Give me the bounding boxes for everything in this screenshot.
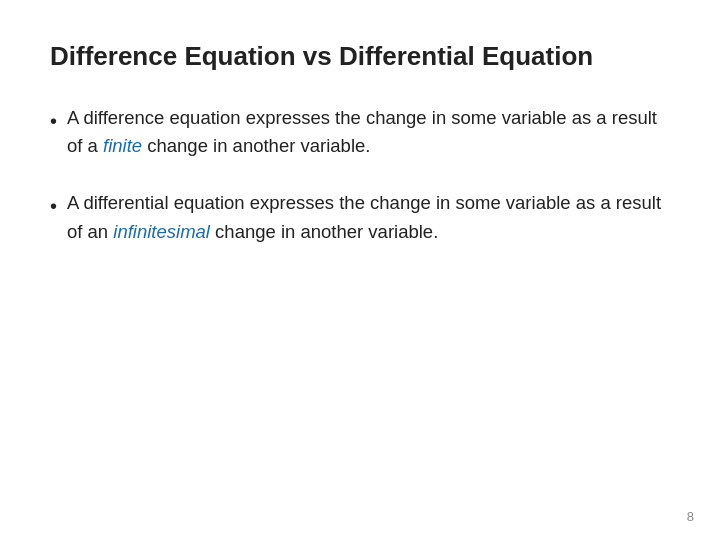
bullet-item-1: • A difference equation expresses the ch…	[50, 104, 670, 161]
bullet-text-2: A differential equation expresses the ch…	[67, 189, 670, 246]
keyword-finite: finite	[103, 135, 142, 156]
keyword-infinitesimal: infinitesimal	[113, 221, 210, 242]
slide-title: Difference Equation vs Differential Equa…	[50, 40, 670, 74]
page-number: 8	[687, 509, 694, 524]
slide: Difference Equation vs Differential Equa…	[0, 0, 720, 540]
bullet-item-2: • A differential equation expresses the …	[50, 189, 670, 246]
bullet-dot-2: •	[50, 191, 57, 222]
bullet-text-1: A difference equation expresses the chan…	[67, 104, 670, 161]
slide-content: • A difference equation expresses the ch…	[50, 104, 670, 510]
bullet-dot-1: •	[50, 106, 57, 137]
